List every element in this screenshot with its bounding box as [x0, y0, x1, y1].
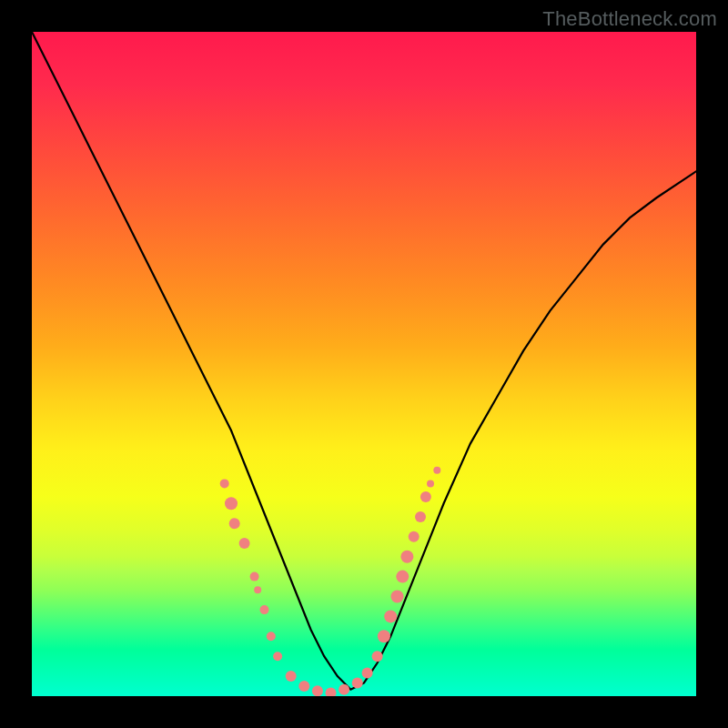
scatter-point	[225, 497, 238, 510]
scatter-point	[372, 651, 383, 662]
scatter-point	[220, 479, 229, 488]
scatter-point	[312, 685, 323, 696]
chart-frame: TheBottleneck.com	[0, 0, 728, 728]
scatter-point	[378, 630, 390, 642]
scatter-point	[409, 531, 420, 542]
scatter-point	[326, 687, 337, 696]
scatter-point	[239, 538, 250, 549]
scatter-point	[415, 511, 426, 522]
bottleneck-curve	[32, 32, 696, 690]
scatter-point	[362, 668, 373, 679]
scatter-points	[220, 467, 441, 696]
scatter-point	[267, 632, 276, 641]
scatter-point	[298, 681, 309, 692]
scatter-point	[286, 671, 297, 682]
scatter-point	[420, 491, 431, 502]
scatter-point	[396, 571, 409, 583]
scatter-point	[427, 480, 434, 487]
scatter-point	[273, 652, 282, 661]
scatter-point	[229, 518, 240, 529]
scatter-point	[400, 551, 413, 563]
scatter-point	[250, 572, 259, 581]
watermark-text: TheBottleneck.com	[542, 7, 717, 31]
scatter-point	[352, 677, 363, 688]
scatter-point	[433, 467, 440, 474]
scatter-point	[384, 610, 397, 622]
scatter-point	[254, 586, 261, 593]
scatter-point	[339, 684, 349, 695]
chart-overlay	[32, 32, 696, 696]
scatter-point	[260, 605, 269, 614]
scatter-point	[391, 591, 404, 603]
